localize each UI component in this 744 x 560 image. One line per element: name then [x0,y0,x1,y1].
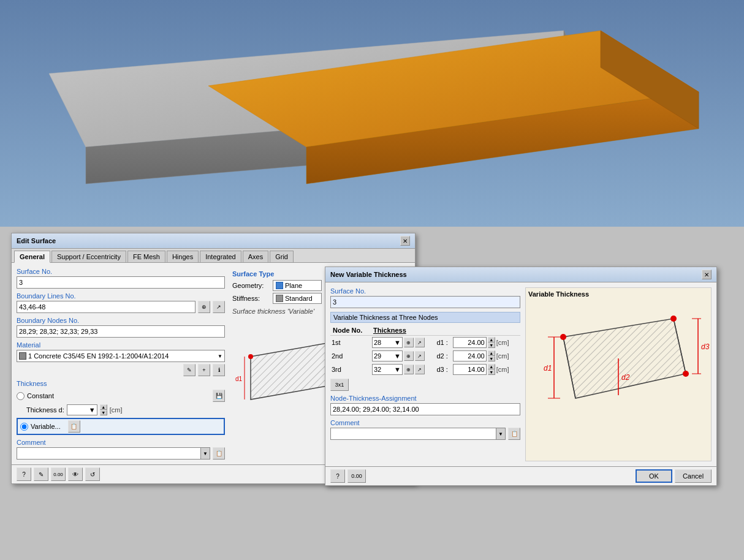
constant-radio-row: Constant 💾 [17,390,225,402]
svg-point-11 [248,354,253,359]
edit-surface-titlebar: Edit Surface ✕ [12,233,415,249]
row2-thickness-spinner[interactable]: ▲ ▼ [488,350,495,361]
add-node-btn-row: 3x1 [330,379,520,391]
tab-axes[interactable]: Axes [243,251,268,262]
refresh-btn[interactable]: ↺ [85,467,100,481]
plane-icon [276,282,283,289]
stiffness-select[interactable]: Standard [273,293,322,304]
row3-node-select[interactable]: 32 ▼ [372,364,403,375]
boundary-nodes-input[interactable] [17,325,225,338]
var-thickness-diagram-svg: d1 d2 d3 [526,300,711,460]
row2-thickness-down[interactable]: ▼ [488,356,495,361]
help-btn[interactable]: ? [17,467,31,481]
node-assign-input[interactable] [330,403,520,415]
row3-node-dropdown-group: 32 ▼ ⊕ ↗ [372,364,435,375]
svg-point-20 [683,371,689,377]
var-comment-save-btn[interactable]: 📋 [508,428,520,440]
var-thickness-titlebar: New Variable Thickness ✕ [325,267,716,282]
row3-select-btn[interactable]: ↗ [415,365,425,374]
var-thickness-close-button[interactable]: ✕ [702,270,712,279]
boundary-nodes-label: Boundary Nodes No. [17,317,225,324]
tab-support[interactable]: Support / Eccentricity [51,251,126,262]
row2-thickness-input[interactable] [453,350,487,361]
thickness-save-btn[interactable]: 💾 [213,390,225,402]
var-comment-dropdown[interactable]: ▼ [330,428,506,440]
add-node-button[interactable]: 3x1 [330,379,349,391]
var-surface-no-input[interactable] [330,296,520,308]
var-thickness-ok-button[interactable]: OK [636,469,672,483]
row1-node-select[interactable]: 28 ▼ [372,337,403,348]
thickness-d-select[interactable]: ▼ [67,404,97,415]
row1-thickness-up[interactable]: ▲ [488,337,495,342]
material-edit-btn[interactable]: ✎ [183,364,195,376]
thickness-d-unit: [cm] [110,406,123,414]
row3-pick-btn[interactable]: ⊕ [404,365,414,374]
boundary-lines-row: ⊕ ↗ [17,301,225,313]
material-info-btn[interactable]: ℹ [213,364,225,376]
eye-btn[interactable]: 👁 [68,467,83,481]
row2-node-select[interactable]: 29 ▼ [372,350,403,361]
tab-integrated[interactable]: Integrated [200,251,241,262]
comment-arrow-icon: ▼ [200,448,210,459]
material-add-btn[interactable]: + [198,364,210,376]
var-numeric-btn[interactable]: 0.00 [347,469,366,483]
table-row: 3rd 32 ▼ ⊕ ↗ d3 : [330,363,520,376]
variable-radio[interactable] [20,423,28,431]
row3-thickness-input[interactable] [453,364,487,375]
node-assign-label: Node-Thickness-Assignment [330,395,520,402]
row3-node-arrow: ▼ [394,366,401,373]
row2-thickness-up[interactable]: ▲ [488,350,495,356]
row1-thickness-spinner[interactable]: ▲ ▼ [488,337,495,348]
comment-row: ▼ 📋 [17,447,225,460]
row3-thickness-spinner[interactable]: ▲ ▼ [488,364,495,375]
row3-unit: [cm] [496,366,509,373]
material-value: 1 Concrete C35/45 EN 1992-1-1:2004/A1:20… [28,352,169,360]
thickness-d-label: Thickness d: [26,406,64,414]
thickness-d-up[interactable]: ▲ [100,404,107,410]
constant-radio[interactable] [17,392,25,400]
surface-no-label: Surface No. [17,268,225,275]
thickness-d-spinner[interactable]: ▲ ▼ [100,404,107,415]
table-row: 2nd 29 ▼ ⊕ ↗ d2 : [330,349,520,363]
stiffness-value: Standard [285,295,313,302]
comment-group: Comment ▼ 📋 [17,439,225,460]
var-thickness-dialog: New Variable Thickness ✕ Surface No. Var… [325,267,717,486]
boundary-lines-input[interactable] [17,301,195,313]
var-thickness-cancel-button[interactable]: Cancel [675,469,712,483]
row3-thickness-down[interactable]: ▼ [488,369,495,375]
comment-dropdown[interactable]: ▼ [17,447,210,460]
var-help-btn[interactable]: ? [330,469,345,483]
row1-thickness-input[interactable] [453,337,487,348]
3d-viewport [0,0,744,227]
edit-btn[interactable]: ✎ [34,467,48,481]
tab-fe-mesh[interactable]: FE Mesh [127,251,165,262]
row3-thickness-up[interactable]: ▲ [488,364,495,369]
thickness-d-down[interactable]: ▼ [100,410,107,415]
comment-save-btn[interactable]: 📋 [213,447,225,460]
boundary-lines-select-btn[interactable]: ↗ [213,301,225,313]
material-select[interactable]: 1 Concrete C35/45 EN 1992-1-1:2004/A1:20… [17,350,225,362]
tab-general[interactable]: General [14,251,50,263]
row1-pick-btn[interactable]: ⊕ [404,338,414,347]
row2-select-btn[interactable]: ↗ [415,351,425,361]
numeric-btn[interactable]: 0.00 [51,467,66,481]
variable-radio-row: Variable... 📋 [17,418,225,435]
row1-node-arrow: ▼ [394,339,401,346]
row2-pick-btn[interactable]: ⊕ [404,351,414,361]
row1-node-cell: 28 ▼ ⊕ ↗ [371,336,436,350]
tab-grid[interactable]: Grid [270,251,294,262]
edit-surface-close-button[interactable]: ✕ [400,236,410,246]
row2-thickness-cell: ▲ ▼ [cm] [452,349,520,363]
tab-hinges[interactable]: Hinges [167,251,199,262]
row1-thickness-down[interactable]: ▼ [488,342,495,348]
thickness-d-row: Thickness d: ▼ ▲ ▼ [cm] [26,404,225,415]
boundary-nodes-group: Boundary Nodes No. [17,317,225,338]
material-label: Material [17,341,225,349]
variable-edit-btn[interactable]: 📋 [68,420,80,433]
material-arrow-icon: ▼ [218,354,222,359]
boundary-lines-pick-btn[interactable]: ⊕ [198,301,210,313]
row1-select-btn[interactable]: ↗ [415,338,425,347]
geometry-select[interactable]: Plane [273,280,322,291]
boundary-lines-group: Boundary Lines No. ⊕ ↗ [17,292,225,313]
surface-no-input[interactable] [17,276,225,289]
